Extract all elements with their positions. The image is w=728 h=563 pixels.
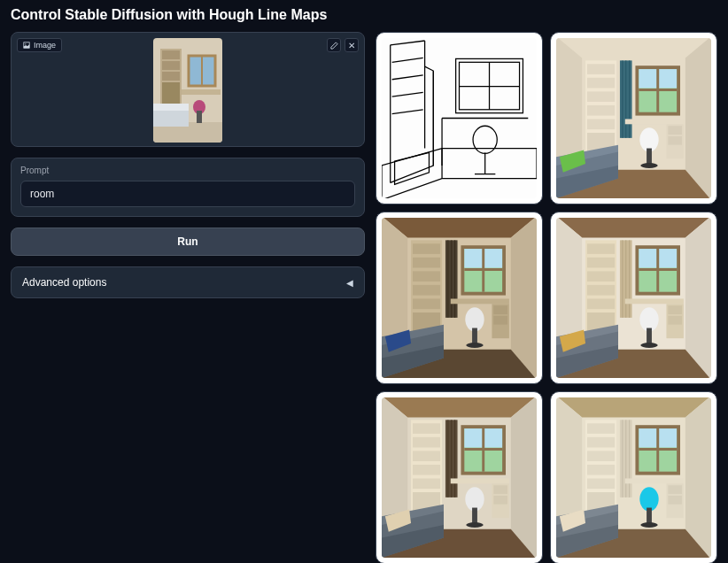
svg-marker-27 [685,38,711,198]
svg-rect-77 [451,298,509,304]
svg-rect-45 [625,119,684,124]
svg-rect-65 [413,285,440,296]
svg-point-1 [25,43,26,44]
svg-point-49 [639,127,658,151]
svg-marker-155 [685,397,711,558]
image-icon [23,42,30,49]
svg-rect-97 [587,285,615,296]
svg-rect-80 [493,316,507,325]
svg-rect-30 [587,64,615,74]
generated-room-3-image [556,218,711,378]
svg-rect-64 [413,271,440,282]
svg-rect-178 [647,508,652,524]
svg-rect-129 [413,465,440,475]
image-tag: Image [17,38,62,52]
svg-rect-111 [668,305,682,314]
svg-rect-128 [413,451,440,461]
svg-rect-146 [472,508,477,524]
svg-marker-123 [511,397,537,558]
svg-rect-16 [197,111,202,123]
svg-rect-47 [668,126,682,135]
svg-point-179 [640,522,657,528]
image-upload-panel[interactable]: Image ✕ [11,32,365,147]
svg-rect-34 [587,119,615,129]
svg-marker-89 [556,218,711,237]
generated-room-1-image [556,38,711,198]
generated-room-5-image [556,397,711,558]
svg-rect-96 [587,271,615,282]
svg-rect-82 [472,328,477,344]
svg-rect-176 [668,496,682,505]
svg-rect-126 [413,423,440,434]
svg-rect-7 [162,72,180,81]
svg-rect-161 [587,465,615,475]
generated-room-2-image [382,218,537,378]
svg-point-51 [640,163,657,168]
generated-room-3[interactable] [550,212,717,384]
svg-rect-127 [413,437,440,448]
uploaded-image-preview [153,38,222,143]
controls-column: Image ✕ [11,32,365,556]
svg-rect-66 [413,298,440,309]
hough-line-map[interactable] [376,32,543,204]
svg-rect-141 [451,478,509,483]
svg-rect-160 [587,451,615,461]
svg-rect-12 [182,89,221,95]
svg-rect-14 [153,104,189,111]
svg-point-81 [465,307,484,331]
pencil-icon [330,42,338,50]
svg-rect-94 [587,243,615,254]
image-tag-label: Image [34,41,56,50]
generated-room-5[interactable] [550,391,717,563]
prompt-label: Prompt [20,166,355,175]
svg-rect-175 [668,485,682,494]
svg-point-115 [640,343,657,348]
svg-rect-143 [493,485,507,494]
svg-marker-59 [511,218,537,378]
svg-point-147 [466,522,483,528]
svg-rect-63 [413,258,440,268]
svg-marker-25 [556,38,711,58]
svg-point-145 [465,487,484,511]
clear-image-button[interactable]: ✕ [345,38,359,52]
svg-rect-159 [587,437,615,448]
page-title: Control Stable Diffusion with Hough Line… [11,7,717,23]
chevron-left-icon: ◀ [346,278,353,288]
generated-room-4-image [382,397,537,558]
results-grid [376,32,717,556]
svg-rect-98 [587,298,615,309]
prompt-panel: Prompt [11,158,365,217]
svg-rect-5 [162,50,180,59]
prompt-input[interactable] [20,181,355,207]
svg-point-83 [466,343,483,348]
svg-marker-57 [382,218,537,237]
hough-line-map-image [382,38,537,198]
advanced-options-toggle[interactable]: Advanced options ◀ [11,266,365,298]
svg-rect-114 [647,328,652,344]
svg-rect-31 [587,78,615,89]
advanced-options-label: Advanced options [22,276,106,289]
generated-room-4[interactable] [376,391,543,563]
svg-marker-91 [685,218,711,378]
svg-rect-32 [587,91,615,102]
generated-room-2[interactable] [376,212,543,384]
edit-image-button[interactable] [327,38,341,52]
svg-rect-109 [625,298,684,304]
svg-rect-6 [162,61,180,70]
svg-point-177 [639,487,658,511]
generated-room-1[interactable] [550,32,717,204]
close-icon: ✕ [348,41,355,50]
svg-rect-162 [587,478,615,489]
svg-marker-153 [556,397,711,417]
svg-rect-48 [668,136,682,145]
svg-rect-112 [668,316,682,325]
svg-rect-33 [587,105,615,116]
svg-rect-95 [587,258,615,268]
svg-rect-50 [647,149,652,165]
svg-rect-144 [493,496,507,505]
svg-point-113 [639,307,658,331]
svg-rect-79 [493,305,507,314]
run-button[interactable]: Run [11,228,365,256]
svg-rect-62 [413,243,440,254]
svg-marker-121 [382,397,537,417]
